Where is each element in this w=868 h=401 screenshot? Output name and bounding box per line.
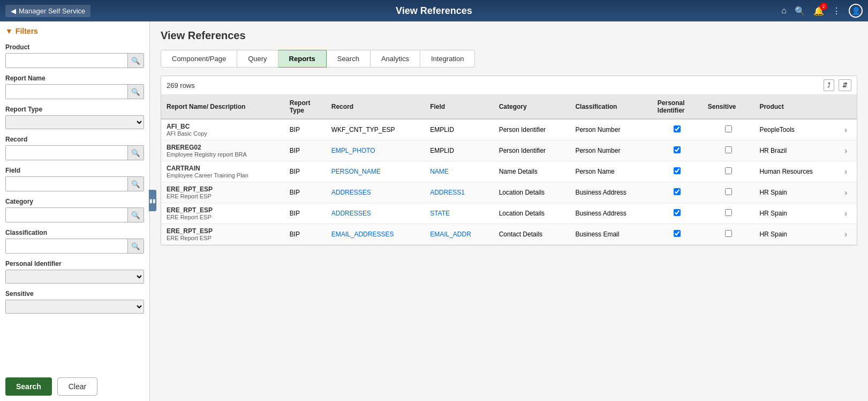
cell-record: ADDRESSES: [326, 203, 425, 224]
search-icon[interactable]: 🔍: [795, 6, 805, 16]
expand-icon[interactable]: ⤴: [824, 79, 834, 91]
cell-personal-id: [652, 224, 703, 245]
product-input[interactable]: [6, 54, 127, 68]
back-nav-label: Manager Self Service: [19, 7, 85, 15]
row-detail-arrow[interactable]: ›: [844, 167, 847, 176]
row-detail-arrow[interactable]: ›: [844, 188, 847, 197]
classification-filter-group: Classification 🔍: [5, 229, 144, 254]
row-detail-arrow[interactable]: ›: [844, 146, 847, 155]
filters-label: Filters: [16, 27, 38, 35]
tab-search[interactable]: Search: [327, 50, 371, 68]
clear-button[interactable]: Clear: [57, 377, 97, 396]
filters-header[interactable]: ▼ Filters: [5, 27, 144, 35]
sensitive-checkbox[interactable]: [725, 167, 732, 174]
sidebar-collapse-handle[interactable]: ▮▮: [149, 190, 156, 211]
cell-classification: Person Name: [570, 161, 652, 182]
cell-classification: Business Address: [570, 182, 652, 203]
category-search-btn[interactable]: 🔍: [127, 208, 144, 222]
cell-report-name: ERE_RPT_ESP ERE Report ESP: [161, 203, 284, 224]
sensitive-checkbox[interactable]: [725, 230, 732, 237]
cell-report-name: CARTRAIN Employee Career Training Plan: [161, 161, 284, 182]
field-link[interactable]: ADDRESS1: [430, 189, 465, 196]
row-detail-arrow[interactable]: ›: [844, 125, 847, 134]
record-link[interactable]: PERSON_NAME: [331, 168, 381, 175]
record-label: Record: [5, 136, 144, 143]
record-input[interactable]: [6, 146, 127, 160]
report-name-input[interactable]: [6, 85, 127, 99]
cell-report-type: BIP: [284, 161, 326, 182]
sort-icon[interactable]: ⇵: [839, 79, 851, 91]
field-link[interactable]: EMAIL_ADDR: [430, 231, 471, 238]
field-filter-group: Field 🔍: [5, 167, 144, 191]
more-options-icon[interactable]: ⋮: [832, 6, 841, 16]
table-container: 269 rows ⤴ ⇵ Report Name/ Description Re…: [161, 76, 857, 246]
header: ◀ Manager Self Service View References ⌂…: [0, 0, 868, 21]
record-link[interactable]: ADDRESSES: [331, 189, 371, 196]
tab-analytics[interactable]: Analytics: [371, 50, 420, 68]
cell-category: Name Details: [494, 161, 570, 182]
report-type-filter-group: Report Type: [5, 106, 144, 129]
sensitive-checkbox[interactable]: [725, 125, 732, 132]
report-type-select[interactable]: [5, 115, 144, 129]
record-link[interactable]: EMPL_PHOTO: [331, 147, 375, 154]
cell-category: Contact Details: [494, 224, 570, 245]
back-nav[interactable]: ◀ Manager Self Service: [5, 5, 90, 17]
field-input[interactable]: [6, 177, 127, 191]
cell-arrow: ›: [839, 224, 857, 245]
record-link[interactable]: EMAIL_ADDRESSES: [331, 231, 394, 238]
sensitive-label: Sensitive: [5, 290, 144, 298]
back-arrow-icon: ◀: [11, 7, 16, 15]
table-scroll-area: Report Name/ Description ReportType Reco…: [161, 95, 857, 245]
field-search-btn[interactable]: 🔍: [127, 177, 144, 191]
search-button[interactable]: Search: [5, 377, 52, 396]
table-header-bar: 269 rows ⤴ ⇵: [161, 76, 857, 95]
field-link[interactable]: NAME: [430, 168, 449, 175]
cell-category: Person Identifier: [494, 119, 570, 140]
record-search-btn[interactable]: 🔍: [127, 146, 144, 160]
user-avatar[interactable]: 👤: [849, 4, 863, 18]
personal-id-checkbox[interactable]: [674, 209, 681, 216]
classification-input[interactable]: [6, 239, 127, 253]
personal-id-checkbox[interactable]: [674, 146, 681, 153]
row-detail-arrow[interactable]: ›: [844, 230, 847, 239]
cell-sensitive: [703, 140, 754, 161]
col-report-name: Report Name/ Description: [161, 95, 284, 119]
cell-personal-id: [652, 140, 703, 161]
notification-icon[interactable]: 🔔 2: [813, 6, 824, 16]
classification-search-btn[interactable]: 🔍: [127, 239, 144, 253]
tab-integration[interactable]: Integration: [420, 50, 475, 68]
home-icon[interactable]: ⌂: [781, 6, 787, 16]
report-name-search-btn[interactable]: 🔍: [127, 85, 144, 99]
cell-field: NAME: [425, 161, 494, 182]
personal-id-checkbox[interactable]: [674, 167, 681, 174]
tab-component-page[interactable]: Component/Page: [161, 50, 237, 68]
record-link[interactable]: ADDRESSES: [331, 210, 371, 217]
field-link[interactable]: STATE: [430, 210, 450, 217]
personal-id-checkbox[interactable]: [674, 230, 681, 237]
content-area: View References Component/Page Query Rep…: [150, 21, 868, 401]
cell-arrow: ›: [839, 203, 857, 224]
tab-query[interactable]: Query: [237, 50, 278, 68]
sensitive-checkbox[interactable]: [725, 209, 732, 216]
field-input-wrap: 🔍: [5, 176, 144, 191]
sensitive-checkbox[interactable]: [725, 188, 732, 195]
col-product: Product: [754, 95, 839, 119]
record-filter-group: Record 🔍: [5, 136, 144, 160]
personal-id-checkbox[interactable]: [674, 125, 681, 132]
col-sensitive: Sensitive: [703, 95, 754, 119]
row-detail-arrow[interactable]: ›: [844, 209, 847, 218]
sensitive-select[interactable]: [5, 300, 144, 314]
cell-record: PERSON_NAME: [326, 161, 425, 182]
product-search-btn[interactable]: 🔍: [127, 54, 144, 68]
category-label: Category: [5, 198, 144, 205]
sensitive-checkbox[interactable]: [725, 146, 732, 153]
cell-sensitive: [703, 224, 754, 245]
sidebar: ▼ Filters Product 🔍 Report Name 🔍 Report…: [0, 21, 150, 401]
personal-id-select[interactable]: [5, 270, 144, 284]
personal-id-checkbox[interactable]: [674, 188, 681, 195]
product-label: Product: [5, 43, 144, 51]
sensitive-filter-group: Sensitive: [5, 290, 144, 314]
tab-reports[interactable]: Reports: [278, 50, 327, 68]
cell-sensitive: [703, 119, 754, 140]
category-input[interactable]: [6, 208, 127, 222]
